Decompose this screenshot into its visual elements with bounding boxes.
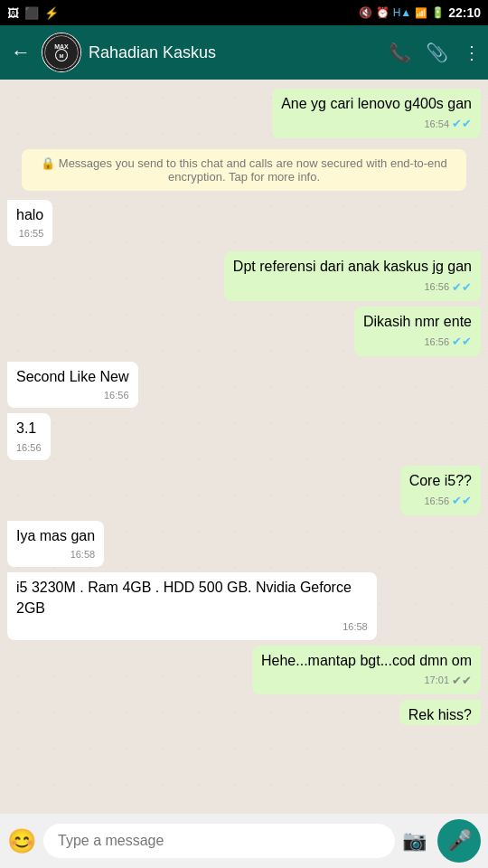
bubble-time: 16:56: [16, 441, 42, 455]
bubble-text: Core i5??: [409, 473, 472, 488]
bubble-text: 3.1: [16, 420, 36, 436]
usb-icon: ⚡: [44, 6, 59, 20]
message-row: Dikasih nmr ente 16:56 ✔✔: [7, 307, 481, 356]
message-row: Second Like New 16:56: [7, 362, 481, 409]
mic-icon: 🎤: [447, 829, 472, 853]
status-left-icons: 🖼 ⬛ ⚡: [7, 6, 59, 20]
alarm-icon: ⏰: [376, 6, 389, 19]
bubble-text: i5 3230M . Ram 4GB . HDD 500 GB. Nvidia …: [16, 580, 352, 615]
attach-button[interactable]: 📎: [426, 42, 448, 63]
bubble-text: halo: [16, 207, 43, 222]
bubble-ticks: ✔✔: [452, 279, 472, 296]
encryption-notice[interactable]: 🔒 Messages you send to this chat and cal…: [22, 149, 466, 191]
back-button[interactable]: ←: [7, 37, 34, 68]
bubble-text: Ane yg cari lenovo g400s gan: [281, 96, 472, 111]
bubble-received: Second Like New 16:56: [7, 362, 138, 409]
bubble-sent: Ane yg cari lenovo g400s gan 16:54 ✔✔: [272, 89, 481, 138]
bubble-text: Hehe...mantap bgt...cod dmn om: [261, 653, 472, 668]
svg-text:MAX: MAX: [54, 43, 69, 50]
chat-area: Ane yg cari lenovo g400s gan 16:54 ✔✔ 🔒 …: [0, 80, 488, 814]
bubble-text: Second Like New: [16, 369, 129, 384]
bubble-received: 3.1 16:56: [7, 413, 51, 460]
status-right-icons: 🔇 ⏰ H▲ 📶 🔋 22:10: [359, 5, 481, 20]
bottom-bar: 😊 📷 🎤: [0, 814, 488, 868]
bubble-received: i5 3230M . Ram 4GB . HDD 500 GB. Nvidia …: [7, 572, 377, 639]
bubble-time: 17:01: [424, 674, 449, 687]
avatar-initials: MAX M: [42, 33, 80, 71]
bubble-sent: Dikasih nmr ente 16:56 ✔✔: [354, 307, 481, 356]
bubble-ticks: ✔✔: [452, 334, 472, 350]
bubble-time: 16:56: [424, 335, 449, 349]
message-row: Hehe...mantap bgt...cod dmn om 17:01 ✔✔: [7, 646, 481, 695]
bubble-time: 16:58: [70, 548, 96, 561]
mute-icon: 🔇: [359, 6, 372, 19]
status-bar: 🖼 ⬛ ⚡ 🔇 ⏰ H▲ 📶 🔋 22:10: [0, 0, 488, 25]
bubble-sent-partial: Rek hiss?: [399, 700, 481, 725]
photo-icon: 🖼: [7, 6, 19, 20]
clock-display: 22:10: [448, 5, 481, 20]
bubble-ticks: ✔✔: [452, 116, 472, 132]
bubble-time: 16:58: [343, 620, 368, 634]
avatar[interactable]: MAX M: [42, 33, 81, 72]
message-row: 3.1 16:56: [7, 413, 481, 460]
signal-bars-icon: 📶: [415, 7, 427, 19]
camera-button[interactable]: 📷: [402, 829, 427, 853]
message-row: Dpt referensi dari anak kaskus jg gan 16…: [7, 251, 481, 301]
bubble-text: Dikasih nmr ente: [363, 314, 472, 329]
bubble-ticks: ✔✔: [452, 673, 472, 689]
message-row: Core i5?? 16:56 ✔✔: [7, 466, 481, 515]
bubble-received: Iya mas gan 16:58: [7, 521, 104, 568]
mic-button[interactable]: 🎤: [437, 819, 481, 863]
signal-icon: H▲: [393, 6, 412, 19]
topbar: ← MAX M Rahadian Kaskus 📞 📎 ⋮: [0, 25, 488, 80]
bubble-time: 16:55: [19, 227, 44, 241]
bubble-text: Rek hiss?: [408, 707, 472, 722]
bubble-time: 16:56: [104, 389, 129, 402]
bubble-ticks: ✔✔: [452, 493, 472, 509]
message-row: Iya mas gan 16:58: [7, 521, 481, 568]
bubble-text: Iya mas gan: [16, 528, 95, 543]
bubble-sent: Hehe...mantap bgt...cod dmn om 17:01 ✔✔: [252, 646, 481, 695]
message-row: halo 16:55: [7, 200, 481, 247]
bubble-time: 16:56: [424, 280, 449, 294]
bubble-time: 16:54: [424, 118, 449, 131]
message-row: i5 3230M . Ram 4GB . HDD 500 GB. Nvidia …: [7, 572, 481, 639]
contact-name[interactable]: Rahadian Kaskus: [89, 43, 381, 62]
phone-button[interactable]: 📞: [389, 42, 411, 63]
bubble-text: Dpt referensi dari anak kaskus jg gan: [233, 259, 472, 274]
bubble-sent: Core i5?? 16:56 ✔✔: [400, 466, 481, 515]
bubble-sent: Dpt referensi dari anak kaskus jg gan 16…: [224, 251, 481, 301]
encryption-text: 🔒 Messages you send to this chat and cal…: [41, 156, 447, 184]
bubble-received: halo 16:55: [7, 200, 52, 247]
bubble-time: 16:56: [424, 495, 449, 508]
bbm-icon: ⬛: [24, 6, 39, 20]
battery-icon: 🔋: [431, 6, 445, 19]
svg-text:M: M: [60, 53, 64, 59]
topbar-actions: 📞 📎 ⋮: [389, 42, 481, 63]
more-button[interactable]: ⋮: [463, 42, 481, 63]
emoji-button[interactable]: 😊: [7, 827, 36, 855]
message-row-partial: Rek hiss?: [7, 700, 481, 725]
message-input[interactable]: [43, 824, 395, 858]
message-row: Ane yg cari lenovo g400s gan 16:54 ✔✔: [7, 89, 481, 138]
